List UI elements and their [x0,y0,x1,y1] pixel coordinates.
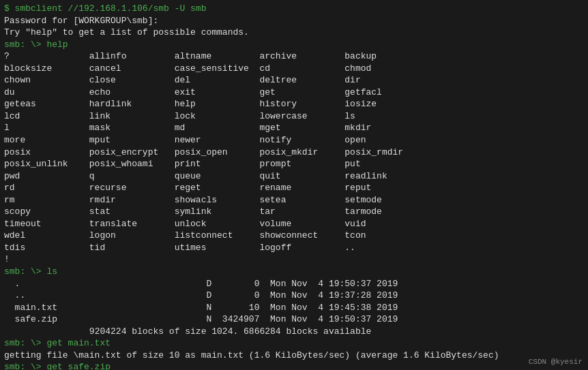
line-19: timeout translate unlock volume vuid [4,218,584,230]
line-10: lcd link lock lowercase ls [4,110,584,123]
line-14: posix_unlink posix_whoami print prompt p… [4,158,584,170]
watermark-text: CSDN @kyesir [529,358,583,366]
line-31: getting file \main.txt of size 10 as mai… [4,350,584,362]
line-27: safe.zip N 3424907 Mon Nov 4 19:50:37 20… [4,313,584,326]
line-16: rd recurse reget rename reput [4,182,584,194]
line-15: pwd q queue quit readlink [4,170,584,183]
line-17: rm rmdir showacls setea setmode [4,194,584,206]
line-5: ? allinfo altname archive backup [4,50,584,63]
line-4: smb: \> help [4,39,584,51]
line-7: chown close del deltree dir [4,74,584,87]
line-18: scopy stat symlink tar tarmode [4,206,584,218]
line-21: tdis tid utimes logoff .. [4,242,584,254]
terminal-window: $ smbclient //192.168.1.106/smb -U smb P… [0,0,588,370]
line-1: $ smbclient //192.168.1.106/smb -U smb [4,3,584,15]
line-2: Password for [WORKGROUP\smb]: [4,15,584,27]
line-32: smb: \> get safe.zip [4,361,584,370]
line-26: main.txt N 10 Mon Nov 4 19:45:38 2019 [4,302,584,314]
line-30: smb: \> get main.txt [4,337,584,350]
line-12: more mput newer notify open [4,134,584,147]
line-20: wdel logon listconnect showconnect tcon [4,230,584,242]
line-23: smb: \> ls [4,266,584,278]
line-9: geteas hardlink help history iosize [4,98,584,110]
line-22: ! [4,253,584,266]
line-24: . D 0 Mon Nov 4 19:50:37 2019 [4,278,584,290]
line-13: posix posix_encrypt posix_open posix_mkd… [4,147,584,159]
line-6: blocksize cancel case_sensitive cd chmod [4,63,584,75]
line-29: 9204224 blocks of size 1024. 6866284 blo… [4,326,584,338]
line-25: .. D 0 Mon Nov 4 19:37:28 2019 [4,290,584,302]
line-3: Try "help" to get a list of possible com… [4,27,584,39]
line-11: l mask md mget mkdir [4,122,584,134]
line-8: du echo exit get getfacl [4,87,584,99]
